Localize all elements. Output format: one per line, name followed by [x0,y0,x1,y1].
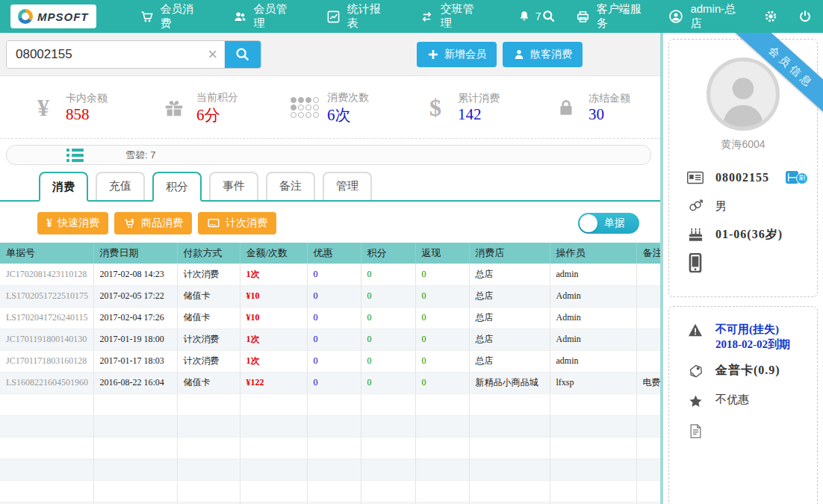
users-icon [233,10,247,24]
stat-value: 858 [66,105,90,123]
member-name: 黄海6004 [669,138,817,152]
power-icon[interactable] [798,0,813,33]
card-type-text: 金普卡(0.9) [715,363,780,379]
table-row[interactable]: LS16082216045019602016-08-22 16:04储值卡¥12… [0,372,660,393]
table-row[interactable]: JC17011718031601282017-01-17 18:03计次消费1次… [0,350,660,372]
member-search-input[interactable] [7,41,201,68]
table-cell: 总店 [469,264,550,285]
receipt-toggle[interactable]: 单据 [578,213,639,234]
table-cell [307,437,361,458]
stat-label: 卡内余额 [66,92,108,104]
tab-manage[interactable]: 管理 [323,172,372,200]
member-info-rows: 08002155 刷 男 01-06(36岁) [669,164,817,277]
table-cell [177,437,240,458]
dots-grid-icon [291,97,318,118]
table-row[interactable]: JC17020814231101282017-02-08 14:23计次消费1次… [0,264,660,285]
birthday-row: 01-06(36岁) [687,220,817,249]
table-cell: 1次 [240,264,307,285]
table-cell: 0 [307,329,361,350]
tab-notes[interactable]: 备注 [266,172,315,200]
app-window: MPSOFT 会员消费 会员管理 统计报表 交班管理 7 [0,0,823,504]
col-header: 金额/次数 [240,243,307,264]
table-cell: JC1701171803160128 [0,350,93,372]
current-user-button[interactable]: admin-总店 [668,0,744,33]
table-cell: 计次消费 [177,329,240,350]
table-cell: 计次消费 [177,350,240,372]
stat-label: 当前积分 [196,91,238,103]
table-cell [415,480,469,502]
table-cell [415,437,469,458]
table-empty-row [0,480,660,502]
col-header: 备注 [636,243,660,264]
table-cell [636,329,660,350]
client-service-button[interactable]: 客户端服务 [576,0,650,33]
walkin-consume-button[interactable]: 散客消费 [503,42,583,67]
person-icon [513,49,525,60]
menu-item-shift[interactable]: 交班管理 [405,0,498,33]
current-user-label: admin-总店 [690,2,744,31]
table-row[interactable]: JC17011918001401302017-01-19 18:00计次消费1次… [0,329,660,350]
gift-icon [161,96,187,119]
settings-gear-icon[interactable] [763,0,778,33]
document-icon [687,424,704,438]
notice-text: 雪碧: 7 [125,149,155,162]
table-cell: 储值卡 [177,285,240,307]
search-toolbar: × 新增会员 散客消费 [0,33,660,76]
table-cell: 0 [307,264,361,285]
table-cell: Admin [550,285,636,307]
table-empty-row [0,458,660,480]
menu-item-label: 会员消费 [161,2,203,31]
count-consume-button[interactable]: 计次消费 [198,212,276,234]
stat-card-balance: ¥ 卡内余额858 [30,91,108,124]
status-line1: 不可用(挂失) [715,323,779,335]
menu-item-member-manage[interactable]: 会员管理 [218,0,311,33]
table-cell: admin [550,264,636,285]
menu-item-label: 交班管理 [441,2,483,31]
col-header: 优惠 [307,243,361,264]
table-cell [469,415,550,437]
tab-events[interactable]: 事件 [209,172,258,200]
quick-consume-button[interactable]: ¥ 快速消费 [37,212,108,234]
table-cell: 总店 [469,350,550,372]
table-cell: 0 [415,350,469,372]
avatar[interactable] [706,57,780,131]
add-member-button[interactable]: 新增会员 [417,42,497,67]
menu-item-member-consume[interactable]: 会员消费 [125,0,218,33]
search-icon[interactable] [541,0,556,33]
plus-icon [427,49,439,60]
notice-bar[interactable]: 雪碧: 7 [6,145,651,165]
tab-recharge[interactable]: 充值 [96,172,145,200]
goods-consume-button[interactable]: 商品消费 [114,212,192,234]
search-button[interactable] [225,41,261,68]
table-cell: 2017-02-08 14:23 [93,264,177,285]
col-header: 付款方式 [177,243,240,264]
table-cell [550,437,636,458]
notifications-button[interactable]: 7 [518,10,541,23]
col-header: 返现 [415,243,469,264]
card-reader-icon[interactable]: 刷 [786,169,808,186]
menu-item-label: 会员管理 [254,2,296,31]
stat-label: 消费次数 [327,91,369,103]
table-row[interactable]: LS17020517225101752017-02-05 17:22储值卡¥10… [0,285,660,307]
table-cell: ¥122 [240,372,307,393]
app-logo[interactable]: MPSOFT [10,4,96,28]
stat-label: 累计消费 [458,92,500,104]
card-status-row: 不可用(挂失)2018-02-02到期 [687,322,817,352]
swap-arrows-icon [420,10,434,24]
card-icon [207,217,220,230]
stats-row: ¥ 卡内余额858 当前积分6分 消费次数6次 $ 累计消费142 冻结金额30 [0,77,660,139]
table-cell [240,480,307,502]
tab-points[interactable]: 积分 [152,172,202,202]
clear-search-icon[interactable]: × [201,41,225,68]
table-row[interactable]: LS17020417262401152017-02-04 17:26储值卡¥10… [0,307,660,329]
table-cell [361,458,415,480]
table-cell: 0 [361,350,415,372]
table-cell: 2017-01-19 18:00 [93,329,177,350]
table-cell [0,415,93,437]
table-cell [636,350,660,372]
stat-total-consume: $ 累计消费142 [422,91,500,124]
menu-item-reports[interactable]: 统计报表 [311,0,405,33]
avatar-silhouette-icon [714,69,772,127]
tab-consume[interactable]: 消费 [39,172,88,202]
col-header: 消费店 [469,243,550,264]
